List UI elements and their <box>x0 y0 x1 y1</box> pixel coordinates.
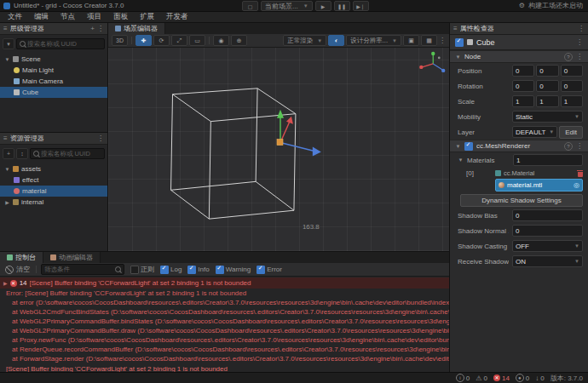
log-line[interactable]: at error (D:\software\cocos\CocosDashboa… <box>0 298 449 307</box>
log-line[interactable]: at WebGL2CmdFuncBindStates (D:\software\… <box>0 307 449 317</box>
menu-developer[interactable]: 开发者 <box>160 12 194 22</box>
expand-arrow-icon[interactable]: ▼ <box>458 157 464 163</box>
menu-project[interactable]: 项目 <box>81 12 107 22</box>
menu-file[interactable]: 文件 <box>2 12 28 22</box>
scale-tool-button[interactable]: ⤢ <box>171 35 187 46</box>
device-icon[interactable]: ▢ <box>242 1 258 11</box>
expand-arrow-icon[interactable]: ▼ <box>4 167 10 172</box>
sort-assets-icon[interactable]: ↕ <box>16 148 28 159</box>
section-menu-icon[interactable]: ⋮ <box>576 54 583 60</box>
layer-dropdown[interactable]: DEFAULT ▼ <box>512 126 557 138</box>
inspector-menu-icon[interactable]: ⋮ <box>578 26 585 32</box>
expand-arrow-icon[interactable]: ▼ <box>4 57 10 62</box>
scene-selector-dropdown[interactable]: 当前场景... ▼ <box>261 1 313 11</box>
grid-toggle-icon[interactable]: ▦ <box>421 35 437 46</box>
material-asset-slot[interactable]: material.mtl ◎ <box>495 179 583 192</box>
step-button[interactable]: ▶❘ <box>353 1 369 11</box>
log-line[interactable]: at Proxy.newFunc (D:\software\cocos\Coco… <box>0 335 449 345</box>
position-x-field[interactable]: 0 <box>512 65 534 77</box>
tree-item-main-camera[interactable]: Main Camera <box>0 76 107 87</box>
status-notice-counter[interactable]: ● 0 <box>516 374 529 382</box>
tree-item-main-light[interactable]: Main Light <box>0 65 107 76</box>
rotation-z-field[interactable]: 0 <box>561 80 583 92</box>
asset-picker-icon[interactable]: ◎ <box>574 182 579 189</box>
play-button[interactable]: ▶ <box>315 1 331 11</box>
camera-settings-icon[interactable]: ▣ <box>403 35 419 46</box>
hierarchy-menu-icon[interactable]: ⋮ <box>97 26 104 32</box>
gear-icon[interactable]: ⚙ <box>519 2 525 9</box>
expand-arrow-icon[interactable]: ▶ <box>3 280 8 286</box>
render-mode-dropdown[interactable]: 正常渲染 ▼ <box>283 35 326 46</box>
position-y-field[interactable]: 0 <box>536 65 558 77</box>
menu-edit[interactable]: 编辑 <box>28 12 55 22</box>
menu-panel[interactable]: 面板 <box>107 12 134 22</box>
status-warning-counter[interactable]: ⚠ 0 <box>476 374 487 382</box>
log-line[interactable]: Error: [Scene] Buffer binding 'CCForward… <box>0 289 449 298</box>
scale-x-field[interactable]: 1 <box>512 95 534 107</box>
error-log-group[interactable]: ▶ ✕ 14 [Scene] Buffer binding 'CCForward… <box>0 277 449 289</box>
asset-item-material[interactable]: material <box>0 186 107 197</box>
layer-edit-button[interactable]: Edit <box>559 126 583 139</box>
materials-count-field[interactable]: 1 <box>513 154 583 166</box>
tree-item-scene[interactable]: ▼ Scene <box>0 54 107 65</box>
rotate-tool-button[interactable]: ⟳ <box>153 35 170 46</box>
log-line[interactable]: at WebGL2PrimaryCommandBuffer.bindStates… <box>0 317 449 326</box>
rotation-x-field[interactable]: 0 <box>512 80 534 92</box>
status-info-counter[interactable]: i 0 <box>456 374 470 382</box>
mobility-dropdown[interactable]: Static ▼ <box>512 111 583 123</box>
hierarchy-search-input[interactable] <box>27 40 101 48</box>
node-active-checkbox[interactable] <box>455 38 464 47</box>
component-enabled-checkbox[interactable] <box>464 142 473 151</box>
filter-error-checkbox[interactable]: Error <box>257 266 282 274</box>
scale-z-field[interactable]: 1 <box>561 95 583 107</box>
tab-console[interactable]: 控制台 <box>0 252 43 263</box>
scale-y-field[interactable]: 1 <box>536 95 558 107</box>
design-resolution-dropdown[interactable]: 设计分辨率... ▼ <box>346 35 401 46</box>
coordinate-space-button[interactable]: ⊕ <box>231 35 247 46</box>
move-tool-button[interactable]: ✚ <box>135 35 152 46</box>
scene-menu-icon[interactable]: ⋮ <box>439 37 446 44</box>
meshrenderer-section-header[interactable]: ▼ cc.MeshRenderer ? ⋮ <box>450 140 588 152</box>
last-error-row[interactable]: [Scene] Buffer binding 'CCForwardLight' … <box>0 363 449 372</box>
pivot-button[interactable]: ◉ <box>213 35 229 46</box>
receive-shadow-dropdown[interactable]: ON ▼ <box>512 255 583 267</box>
status-error-counter[interactable]: ✕ 14 <box>493 374 510 382</box>
add-node-button[interactable]: + <box>90 26 95 32</box>
asset-item-internal[interactable]: ▶ internal <box>0 197 107 208</box>
regex-checkbox[interactable]: 正则 <box>130 265 154 274</box>
asset-item-effect[interactable]: effect <box>0 174 107 186</box>
shadow-casting-dropdown[interactable]: OFF ▼ <box>512 240 583 252</box>
menu-extension[interactable]: 扩展 <box>134 12 160 22</box>
pause-button[interactable]: ❚❚ <box>334 1 350 11</box>
rotation-y-field[interactable]: 0 <box>536 80 558 92</box>
status-download-counter[interactable]: ↓ 0 <box>535 374 544 382</box>
collapse-arrow-icon[interactable]: ▶ <box>4 199 10 205</box>
add-asset-button[interactable]: + <box>3 148 14 159</box>
help-icon[interactable]: ? <box>564 53 573 61</box>
node-section-header[interactable]: ▼ Node ? ⋮ <box>450 50 588 63</box>
lighting-toggle-icon[interactable]: ◐ <box>328 35 344 46</box>
log-line[interactable]: at WebGL2PrimaryCommandBuffer.draw (D:\s… <box>0 326 449 335</box>
position-z-field[interactable]: 0 <box>561 65 583 77</box>
log-line[interactable]: at RenderQueue.recordCommandBuffer (D:\s… <box>0 345 449 354</box>
log-line[interactable]: at ForwardStage.render (D:\software\coco… <box>0 354 449 363</box>
asset-item-assets[interactable]: ▼ assets <box>0 163 107 174</box>
menu-node[interactable]: 节点 <box>55 12 81 22</box>
hierarchy-filter-icon[interactable]: ▾ <box>3 38 14 49</box>
shadow-normal-field[interactable]: 0 <box>512 225 583 237</box>
filter-warning-checkbox[interactable]: Warning <box>216 266 251 274</box>
assets-menu-icon[interactable]: ⋮ <box>97 135 104 142</box>
assets-search-input[interactable] <box>41 150 101 157</box>
tab-scene-editor[interactable]: 场景编辑器 <box>108 23 165 34</box>
build-status-button[interactable]: 构建工场还未启动 <box>528 1 583 10</box>
help-icon[interactable]: ? <box>564 142 573 151</box>
tab-animation-editor[interactable]: 动画编辑器 <box>43 252 101 263</box>
toggle-3d-button[interactable]: 3D <box>112 35 128 46</box>
filter-log-checkbox[interactable]: Log <box>160 266 182 274</box>
rect-tool-button[interactable]: ▭ <box>189 35 205 46</box>
section-menu-icon[interactable]: ⋮ <box>576 143 583 150</box>
remove-material-icon[interactable] <box>577 169 583 177</box>
scene-viewport[interactable]: 163.8 <box>108 48 449 251</box>
console-filter-input[interactable] <box>44 266 113 273</box>
dynamic-shadow-settings-button[interactable]: Dynamic Shadow Settings <box>460 194 583 207</box>
